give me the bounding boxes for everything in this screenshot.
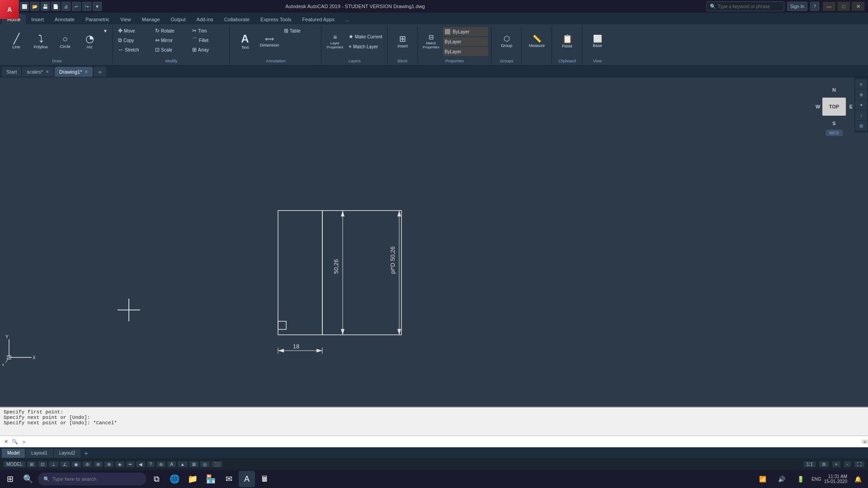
doc-tab-scales[interactable]: scales* ✕ — [22, 67, 53, 77]
tab-express[interactable]: Express Tools — [255, 14, 297, 24]
bylayer-linetype-btn[interactable]: ByLayer — [443, 37, 488, 46]
zoom-in-btn[interactable]: + — [832, 461, 840, 467]
trim-button[interactable]: ✂Trim — [190, 26, 226, 35]
3dosnap-btn[interactable]: ⊚ — [83, 461, 92, 467]
circle-button[interactable]: ○ Circle — [53, 26, 77, 57]
taskbar-edge-btn[interactable]: 🌐 — [166, 471, 183, 487]
match-properties-button[interactable]: ⊟ Match Properties — [421, 26, 441, 57]
copy-button[interactable]: ⧉Copy — [116, 36, 152, 45]
layout-tab-layout2[interactable]: Layout2 — [54, 449, 81, 458]
task-view-btn[interactable]: ⧉ — [148, 471, 165, 487]
cmd-clear-btn[interactable]: ✕ — [2, 438, 10, 446]
arc-button[interactable]: ◔ Arc — [78, 26, 101, 57]
taskbar-explorer-btn[interactable]: 📁 — [184, 471, 201, 487]
tab-addins[interactable]: Add-ins — [191, 14, 219, 24]
system-clock[interactable]: 11:31 AM 15-01-2020 — [824, 474, 847, 484]
help-btn[interactable]: ? — [810, 2, 819, 11]
ribbon-search[interactable]: 🔍 — [707, 1, 784, 11]
paste-button[interactable]: 📋 Paste — [556, 26, 579, 57]
scales-close-btn[interactable]: ✕ — [46, 70, 49, 74]
move-button[interactable]: ✥Move — [116, 26, 152, 35]
side-btn-3[interactable]: ✦ — [855, 100, 867, 110]
model-space-btn[interactable]: MODEL — [4, 461, 25, 467]
layout-tab-layout1[interactable]: Layout1 — [26, 449, 53, 458]
measure-button[interactable]: 📏 Measure — [525, 26, 549, 57]
redo-btn[interactable]: ↪ — [82, 2, 91, 11]
polyline-button[interactable]: ⤵ Polyline — [29, 26, 52, 57]
doc-tab-start[interactable]: Start — [2, 67, 21, 77]
mirror-button[interactable]: ⇔Mirror — [153, 36, 189, 45]
fillet-button[interactable]: ⌒Fillet — [190, 36, 226, 45]
dyn-btn[interactable]: ◈ — [115, 461, 124, 467]
line-button[interactable]: ╱ Line — [5, 26, 28, 57]
tab-parametric[interactable]: Parametric — [80, 14, 115, 24]
new-tab-btn[interactable]: + — [94, 67, 106, 77]
isolate-btn[interactable]: ◎ — [200, 461, 210, 467]
qat-more[interactable]: ▼ — [93, 2, 102, 11]
volume-icon[interactable]: 🔊 — [774, 471, 790, 487]
taskbar-autocad-btn[interactable]: A — [239, 471, 255, 487]
base-button[interactable]: ⬜ Base — [586, 26, 609, 57]
ducs-btn[interactable]: ⊕ — [104, 461, 113, 467]
rotate-button[interactable]: ↻Rotate — [153, 26, 189, 35]
print-btn[interactable]: 🖨 — [61, 2, 71, 11]
side-btn-4[interactable]: ↕ — [855, 110, 867, 120]
grid-btn[interactable]: ⊞ — [27, 461, 36, 467]
ws-btn[interactable]: ⊠ — [189, 461, 198, 467]
array-button[interactable]: ⊞Array — [190, 45, 226, 54]
taskbar-search-bar[interactable]: 🔍 Type here to search — [38, 473, 146, 485]
bylayer-lineweight-btn[interactable]: ByLayer — [443, 47, 488, 56]
lweight-btn[interactable]: ━ — [126, 461, 134, 467]
cortana-search-btn[interactable]: 🔍 — [20, 471, 36, 487]
fullscreen-btn[interactable]: ⛶ — [854, 461, 864, 467]
search-input[interactable] — [718, 4, 781, 9]
tab-output[interactable]: Output — [165, 14, 191, 24]
wcs-label[interactable]: WCS — [826, 130, 843, 136]
ortho-btn[interactable]: ⊥ — [49, 461, 58, 467]
snap-btn[interactable]: ⊡ — [38, 461, 47, 467]
bylayer-color-btn[interactable]: ByLayer — [443, 27, 488, 36]
scale-btn[interactable]: 1:1 — [804, 461, 816, 467]
undo-btn[interactable]: ↩ — [72, 2, 81, 11]
layout-tab-model[interactable]: Model — [2, 449, 25, 458]
stretch-button[interactable]: ↔Stretch — [116, 45, 152, 54]
graphics-btn[interactable]: ⬛ — [212, 461, 222, 467]
side-btn-2[interactable]: ⊕ — [855, 89, 867, 99]
taskbar-mail-btn[interactable]: ✉ — [221, 471, 237, 487]
layer-properties-button[interactable]: ≡ Layer Properties — [325, 26, 345, 57]
side-btn-5[interactable]: ⊞ — [855, 121, 867, 131]
group-button[interactable]: ⬡ Group — [495, 26, 519, 57]
tab-more[interactable]: ... — [340, 14, 355, 24]
match-layer-button[interactable]: ⌖ Match Layer — [347, 42, 384, 51]
doc-tab-drawing1[interactable]: Drawing1* ✕ — [55, 67, 93, 77]
taskbar-calc-btn[interactable]: 🖩 — [257, 471, 273, 487]
dimension-button[interactable]: ⟺ Dimension — [258, 26, 281, 57]
sign-in-btn[interactable]: Sign In — [787, 2, 807, 11]
network-icon[interactable]: 📶 — [755, 471, 771, 487]
open-btn[interactable]: 📂 — [30, 2, 39, 11]
insert-button[interactable]: ⊞ Insert — [391, 26, 415, 57]
save-btn[interactable]: 💾 — [41, 2, 50, 11]
sc-btn[interactable]: ⊛ — [156, 461, 165, 467]
taskbar-store-btn[interactable]: 🏪 — [203, 471, 219, 487]
notification-btn[interactable]: 🔔 — [850, 471, 866, 487]
tab-featured[interactable]: Featured Apps — [297, 14, 340, 24]
otrack-btn[interactable]: ⊗ — [94, 461, 103, 467]
tab-insert[interactable]: Insert — [26, 14, 49, 24]
drawing-canvas[interactable]: 50,26 pi*D 50,26 18 Y — [0, 77, 868, 407]
text-button[interactable]: A Text — [233, 26, 257, 57]
anno-scale-btn[interactable]: ▲ — [178, 461, 188, 467]
new-btn[interactable]: ⬜ — [20, 2, 29, 11]
zoom-out-btn[interactable]: - — [844, 461, 851, 467]
make-current-button[interactable]: ★ Make Current — [347, 32, 384, 41]
saveas-btn[interactable]: 📄 — [51, 2, 60, 11]
command-scroll[interactable]: ▲ — [862, 440, 868, 444]
table-button[interactable]: ⊞ Table — [282, 26, 318, 35]
app-button[interactable]: A — [0, 0, 19, 19]
qp-btn[interactable]: ? — [147, 461, 155, 467]
add-layout-btn[interactable]: + — [81, 449, 90, 458]
maximize-btn[interactable]: □ — [837, 2, 850, 11]
settings-btn[interactable]: ⚙ — [819, 461, 829, 467]
command-input-field[interactable] — [30, 439, 862, 445]
scale-button[interactable]: ⊡Scale — [153, 45, 189, 54]
